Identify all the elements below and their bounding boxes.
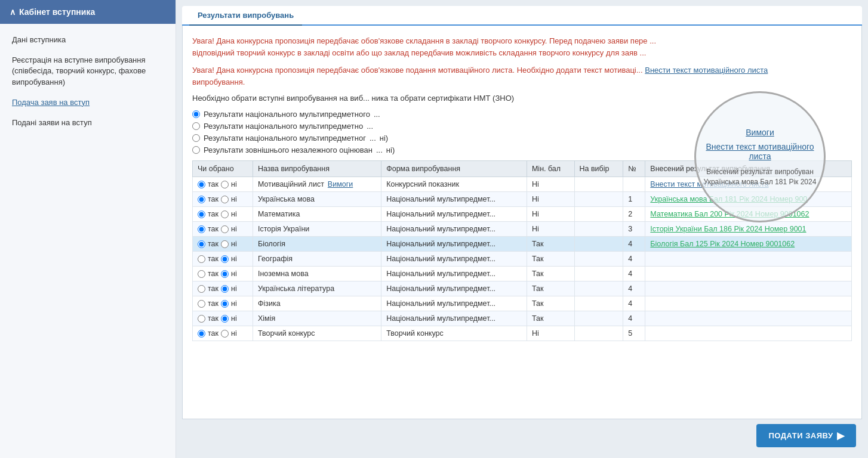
sidebar-item-dani[interactable]: Дані вступника <box>0 30 176 50</box>
radio-yes-10[interactable] <box>198 330 205 338</box>
radio-no-7[interactable] <box>221 285 229 293</box>
sidebar-item-reestraciya[interactable]: Реєстрація на вступне випробування (спів… <box>0 50 176 92</box>
cell-form: Національний мультипредмет... <box>381 192 527 207</box>
radio-input-2[interactable] <box>192 122 200 130</box>
radio-yes-2[interactable] <box>198 211 205 218</box>
radio-no-8[interactable] <box>221 300 229 308</box>
results-table: Чи обрано Назва випробування Форма випро… <box>192 160 852 341</box>
cell-result[interactable]: Внести текст мотиваційного листа <box>645 177 852 192</box>
cell-name: Біологія <box>253 237 381 252</box>
radio-no-1[interactable] <box>221 196 229 203</box>
cell-form: Конкурсний показник <box>381 177 527 192</box>
table-row: такніБіологіяНаціональний мультипредмет.… <box>193 237 852 252</box>
cell-form: Національний мультипредмет... <box>381 237 527 252</box>
cell-result[interactable]: Біологія Бал 125 Рік 2024 Номер 9001062 <box>645 237 852 252</box>
section-header: Необхідно обрати вступні випробування на… <box>192 94 852 103</box>
table-row: такніТворчий конкурсТворчий конкурсНі5 <box>193 326 852 341</box>
radio-no-6[interactable] <box>221 270 229 278</box>
cell-name: Українська мова <box>253 192 381 207</box>
result-link-green[interactable]: Біологія Бал 125 Рік 2024 Номер 9001062 <box>650 240 795 248</box>
sidebar-item-podacha[interactable]: Подача заяв на вступ <box>0 92 176 113</box>
radio-input-1[interactable] <box>192 110 200 118</box>
cell-num: 1 <box>623 192 645 207</box>
radio-no-2[interactable] <box>221 211 229 218</box>
cell-form: Національний мультипредмет... <box>381 296 527 311</box>
sidebar-item-podani[interactable]: Подані заяви на вступ <box>0 113 176 133</box>
radio-yes-8[interactable] <box>198 300 205 308</box>
cell-name: Українська література <box>253 281 381 296</box>
chevron-down-icon: ∧ <box>10 7 16 17</box>
result-link-green[interactable]: Історія України Бал 186 Рік 2024 Номер 9… <box>650 225 806 233</box>
radio-no-9[interactable] <box>221 315 229 323</box>
cell-name: Творчий конкурс <box>253 326 381 341</box>
radio-no-3[interactable] <box>221 225 229 233</box>
cell-na-vybir <box>574 222 623 237</box>
radio-yes-7[interactable] <box>198 285 205 293</box>
cell-form: Національний мультипредмет... <box>381 311 527 326</box>
cell-min-ball: Ні <box>527 326 574 341</box>
submit-application-button[interactable]: ПОДАТИ ЗАЯВУ ▶ <box>756 424 856 447</box>
cell-min-ball: Так <box>527 237 574 252</box>
cell-num: 4 <box>623 296 645 311</box>
cell-name: Фізика <box>253 296 381 311</box>
radio-input-3[interactable] <box>192 134 200 142</box>
cell-na-vybir <box>574 177 623 192</box>
radio-row-3: Результати національного мультипредметно… <box>192 134 852 143</box>
cell-result[interactable]: Математика Бал 200 Рік 2024 Номер 900106… <box>645 207 852 222</box>
radio-input-4[interactable] <box>192 146 200 154</box>
cell-name: Мотиваційний листВимоги <box>253 177 381 192</box>
tab-results[interactable]: Результати випробувань <box>189 6 302 26</box>
table-row: такніУкраїнська літератураНаціональний м… <box>193 281 852 296</box>
result-link-green[interactable]: Українська мова Бал 181 Рік 2024 Номер 9… <box>650 195 807 203</box>
cell-num: 4 <box>623 267 645 281</box>
vymogy-link[interactable]: Вимоги <box>328 180 353 188</box>
cell-selected: такні <box>193 207 253 222</box>
alert-motivation-letter: Увага! Дана конкурсна пропозиція передба… <box>192 64 852 88</box>
cell-min-ball: Ні <box>527 222 574 237</box>
radio-yes-6[interactable] <box>198 270 205 278</box>
cell-na-vybir <box>574 252 623 267</box>
cell-form: Національний мультипредмет... <box>381 222 527 237</box>
table-row: такніМатематикаНаціональний мультипредме… <box>193 207 852 222</box>
radio-yes-1[interactable] <box>198 196 205 203</box>
cell-min-ball: Ні <box>527 192 574 207</box>
table-row: такніМотиваційний листВимогиКонкурсний п… <box>193 177 852 192</box>
cell-num: 5 <box>623 326 645 341</box>
cell-selected: такні <box>193 192 253 207</box>
tab-bar: Результати випробувань <box>182 6 862 26</box>
sidebar: ∧ Кабінет вступника Дані вступника Реєст… <box>0 0 176 458</box>
radio-no-4[interactable] <box>221 240 229 248</box>
cell-name: Іноземна мова <box>253 267 381 281</box>
sidebar-header: ∧ Кабінет вступника <box>0 0 176 24</box>
result-link-green[interactable]: Математика Бал 200 Рік 2024 Номер 900106… <box>650 210 809 218</box>
radio-no-10[interactable] <box>221 330 229 338</box>
radio-yes-9[interactable] <box>198 315 205 323</box>
cell-selected: такні <box>193 267 253 281</box>
cell-result[interactable]: Українська мова Бал 181 Рік 2024 Номер 9… <box>645 192 852 207</box>
cell-form: Національний мультипредмет... <box>381 252 527 267</box>
col-result: Внесений результат випробування <box>645 161 852 177</box>
cell-na-vybir <box>574 326 623 341</box>
cell-selected: такні <box>193 326 253 341</box>
col-selected: Чи обрано <box>193 161 253 177</box>
col-num: № <box>623 161 645 177</box>
radio-yes-4[interactable] <box>198 240 205 248</box>
radio-no-0[interactable] <box>221 181 229 188</box>
radio-no-5[interactable] <box>221 255 229 263</box>
cell-selected: такні <box>193 177 253 192</box>
cell-name: Географія <box>253 252 381 267</box>
insert-motivation-link-alert[interactable]: Внести текст мотиваційного листа <box>645 66 768 75</box>
radio-yes-5[interactable] <box>198 255 205 263</box>
radio-yes-0[interactable] <box>198 181 205 188</box>
cell-result[interactable]: Історія України Бал 186 Рік 2024 Номер 9… <box>645 222 852 237</box>
alert-creative-contest: Увага! Дана конкурсна пропозиція передба… <box>192 35 852 58</box>
cell-selected: такні <box>193 296 253 311</box>
cell-num: 4 <box>623 311 645 326</box>
cell-form: Національний мультипредмет... <box>381 207 527 222</box>
radio-yes-3[interactable] <box>198 225 205 233</box>
cell-na-vybir <box>574 237 623 252</box>
cell-na-vybir <box>574 311 623 326</box>
result-link-blue[interactable]: Внести текст мотиваційного листа <box>650 180 768 188</box>
cell-min-ball: Так <box>527 267 574 281</box>
col-name: Назва випробування <box>253 161 381 177</box>
